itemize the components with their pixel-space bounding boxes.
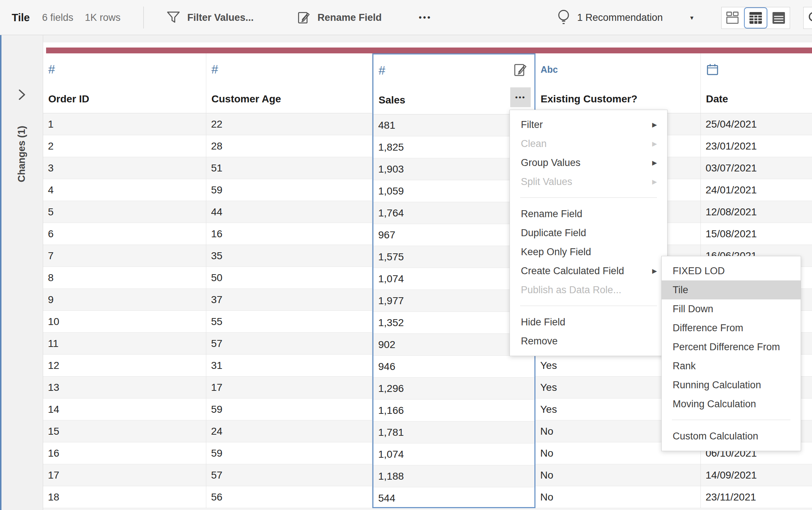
menu-item-keep-only-field[interactable]: Keep Only Field [510,242,667,261]
filter-values-button[interactable]: Filter Values... [187,0,254,35]
recommendation-button[interactable]: 1 Recommendation [577,0,663,35]
menu-item-group-values[interactable]: Group Values▶ [510,153,667,172]
table-cell[interactable]: 17 [43,464,206,486]
table-cell[interactable]: 35 [206,245,372,267]
table-cell[interactable]: 50 [206,267,372,289]
table-cell[interactable]: 56 [206,486,372,508]
edit-field-icon[interactable] [513,63,528,77]
changes-count-label[interactable]: Changes (1) [16,126,27,182]
table-cell[interactable]: 44 [206,201,372,223]
column-options-button[interactable]: ••• [510,87,531,107]
table-cell[interactable]: 10 [43,311,206,333]
table-cell[interactable]: 51 [206,157,372,179]
table-cell[interactable]: No [535,464,700,486]
table-cell[interactable]: 14/09/2021 [701,464,812,486]
column-header[interactable]: #Customer Age [206,53,372,113]
table-cell[interactable]: 2 [43,135,206,157]
table-cell[interactable]: 23/01/2021 [701,135,812,157]
menu-item-rename-field[interactable]: Rename Field [510,204,667,223]
table-cell[interactable]: 1 [43,113,206,135]
table-cell[interactable]: 57 [206,464,372,486]
table-cell[interactable]: 25/04/2021 [701,113,812,135]
column-header[interactable]: #Order ID [43,53,206,113]
table-cell[interactable]: 1,166 [373,400,534,422]
expand-panel-chevron-icon[interactable] [16,88,28,101]
column-header[interactable]: #Sales••• [373,54,534,114]
menu-item-label: Tile [673,284,688,296]
create-calculated-field-submenu: FIXED LODTileFill DownDifference FromPer… [661,256,801,451]
cards-view-button[interactable] [722,7,744,29]
table-cell[interactable]: 16 [43,442,206,464]
menu-item-running-calculation[interactable]: Running Calculation [662,375,801,394]
menu-item-create-calculated-field[interactable]: Create Calculated Field▶ [510,261,667,280]
menu-item-fixed-lod[interactable]: FIXED LOD [662,261,801,280]
next-row-sliver [43,508,812,510]
table-cell[interactable]: 17 [206,377,372,398]
menu-item-duplicate-field[interactable]: Duplicate Field [510,223,667,242]
menu-item-tile[interactable]: Tile [662,280,801,299]
table-cell[interactable]: 544 [373,487,534,508]
data-quality-band[interactable] [46,48,812,53]
field-context-menu: Filter▶Clean▶Group Values▶Split Values▶R… [510,110,668,356]
column-customer-age[interactable]: #Customer Age222851594416355037555731175… [206,53,372,508]
table-cell[interactable]: 13 [43,377,206,398]
table-cell[interactable]: 22 [206,113,372,135]
toolbar-more-options-button[interactable]: ••• [419,0,432,35]
table-cell[interactable]: 59 [206,179,372,201]
table-cell[interactable]: 03/07/2021 [701,157,812,179]
list-view-button[interactable] [767,7,790,29]
table-cell[interactable]: 24/01/2021 [701,179,812,201]
table-cell[interactable]: 1,188 [373,465,534,487]
menu-item-moving-calculation[interactable]: Moving Calculation [662,394,801,413]
table-cell[interactable]: 57 [206,333,372,355]
table-cell[interactable]: 6 [43,223,206,245]
table-cell[interactable]: 55 [206,311,372,333]
column-name: Order ID [48,93,201,105]
menu-item-percent-difference-from[interactable]: Percent Difference From [662,337,801,356]
table-cell[interactable]: 31 [206,355,372,377]
table-cell[interactable]: 14 [43,398,206,420]
table-cell[interactable]: 7 [43,245,206,267]
menu-item-hide-field[interactable]: Hide Field [510,313,667,332]
selected-field-title: Tile [12,0,30,35]
table-cell[interactable]: 11 [43,333,206,355]
table-cell[interactable]: 9 [43,289,206,311]
table-cell[interactable]: 8 [43,267,206,289]
table-cell[interactable]: 24 [206,420,372,442]
table-cell[interactable]: No [535,486,700,508]
menu-item-remove[interactable]: Remove [510,332,667,351]
rename-field-button[interactable]: Rename Field [317,0,382,35]
table-cell[interactable]: 946 [373,356,534,378]
table-cell[interactable]: 59 [206,398,372,420]
caret-down-icon[interactable]: ▼ [689,0,695,35]
table-cell[interactable]: 1,296 [373,378,534,400]
menu-item-difference-from[interactable]: Difference From [662,318,801,337]
table-cell[interactable]: 3 [43,157,206,179]
table-cell[interactable]: 28 [206,135,372,157]
table-cell[interactable]: 12/08/2021 [701,201,812,223]
search-button[interactable] [803,7,812,29]
table-cell[interactable]: 15/08/2021 [701,223,812,245]
table-cell[interactable]: 12 [43,355,206,377]
column-header[interactable]: Date [701,53,812,113]
filter-funnel-icon[interactable] [166,0,180,35]
table-cell[interactable]: 37 [206,289,372,311]
table-cell[interactable]: 15 [43,420,206,442]
menu-item-label: Difference From [673,322,743,334]
menu-item-fill-down[interactable]: Fill Down [662,299,801,318]
table-cell[interactable]: 4 [43,179,206,201]
table-cell[interactable]: 16 [206,223,372,245]
table-cell[interactable]: 18 [43,486,206,508]
table-cell[interactable]: 1,074 [373,443,534,465]
table-cell[interactable]: 1,781 [373,422,534,443]
table-cell[interactable]: 59 [206,442,372,464]
table-cell[interactable]: 23/11/2021 [701,486,812,508]
table-cell[interactable]: 5 [43,201,206,223]
column-order-id[interactable]: #Order ID123456789101112131415161718 [43,53,206,508]
grid-view-button[interactable] [744,7,768,29]
menu-item-custom-calculation[interactable]: Custom Calculation [662,427,801,446]
menu-item-filter[interactable]: Filter▶ [510,115,667,134]
rename-pencil-icon[interactable] [297,0,311,35]
menu-item-rank[interactable]: Rank [662,356,801,375]
column-header[interactable]: AbcExisting Customer? [535,53,700,113]
